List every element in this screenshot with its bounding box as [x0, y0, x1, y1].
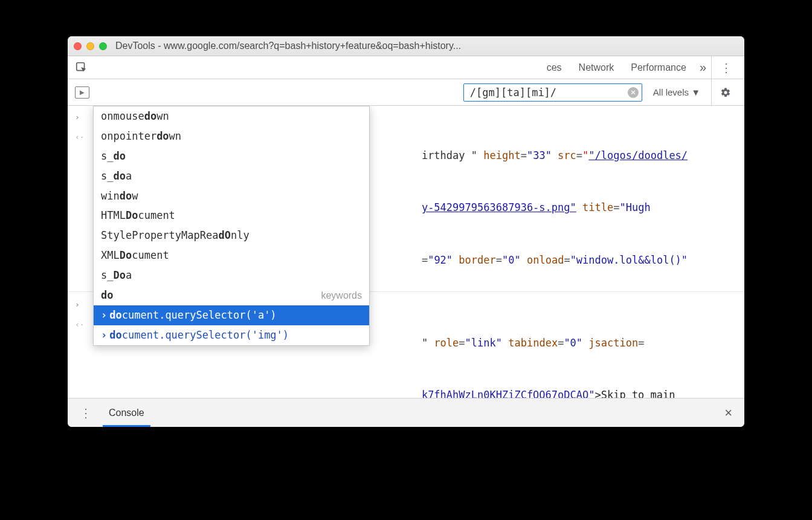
- autocomplete-item[interactable]: s_Doa: [94, 265, 369, 285]
- autocomplete-item[interactable]: s_doa: [94, 166, 369, 186]
- chevron-left-icon: ‹·: [75, 318, 85, 331]
- tabs-more-button[interactable]: »: [695, 60, 711, 74]
- console-toolbar: ✕ All levels ▼: [68, 79, 744, 106]
- tab-sources-partial[interactable]: ces: [538, 62, 570, 73]
- autocomplete-item[interactable]: s_do: [94, 146, 369, 166]
- drawer-close-button[interactable]: ×: [718, 405, 738, 421]
- chevron-right-icon[interactable]: ›: [75, 111, 80, 124]
- autocomplete-item[interactable]: dokeywords: [94, 285, 369, 305]
- chevron-left-icon: ‹·: [75, 131, 85, 144]
- drawer-tab-console[interactable]: Console: [98, 398, 155, 427]
- console-settings-icon[interactable]: [711, 79, 740, 105]
- main-menu-button[interactable]: ⋮: [711, 56, 741, 79]
- devtools-window: DevTools - www.google.com/search?q=bash+…: [68, 36, 744, 427]
- autocomplete-popup: onmousedownonpointerdowns_dos_doawindowH…: [93, 106, 370, 346]
- autocomplete-item[interactable]: onpointerdown: [94, 126, 369, 146]
- traffic-lights: [74, 42, 107, 50]
- autocomplete-item[interactable]: StylePropertyMapReadOnly: [94, 226, 369, 245]
- main-tabs: ces Network Performance » ⋮: [68, 56, 744, 79]
- clear-filter-icon[interactable]: ✕: [628, 87, 639, 98]
- drawer-menu-button[interactable]: ⋮: [74, 406, 98, 420]
- zoom-window-button[interactable]: [99, 42, 107, 50]
- autocomplete-item[interactable]: onmousedown: [94, 106, 369, 126]
- autocomplete-item[interactable]: XMLDocument: [94, 245, 369, 265]
- minimize-window-button[interactable]: [86, 42, 94, 50]
- chevron-right-icon[interactable]: ›: [75, 298, 80, 311]
- drawer: ⋮ Console ×: [68, 398, 744, 427]
- close-window-button[interactable]: [74, 42, 82, 50]
- console-body: onmousedownonpointerdowns_dos_doawindowH…: [68, 106, 744, 398]
- filter-wrap: ✕: [463, 83, 642, 102]
- execution-context-icon[interactable]: [75, 86, 89, 99]
- tab-performance[interactable]: Performance: [622, 62, 695, 73]
- autocomplete-history-item[interactable]: ›document.querySelector('img'): [94, 325, 369, 345]
- window-title: DevTools - www.google.com/search?q=bash+…: [115, 41, 738, 51]
- inspect-icon[interactable]: [75, 61, 88, 74]
- log-levels-dropdown[interactable]: All levels ▼: [653, 87, 700, 97]
- titlebar: DevTools - www.google.com/search?q=bash+…: [68, 36, 744, 56]
- autocomplete-item[interactable]: window: [94, 186, 369, 206]
- tab-network[interactable]: Network: [570, 62, 623, 73]
- autocomplete-item[interactable]: HTMLDocument: [94, 206, 369, 226]
- console-filter-input[interactable]: [463, 83, 642, 102]
- autocomplete-history-item[interactable]: ›document.querySelector('a'): [94, 305, 369, 325]
